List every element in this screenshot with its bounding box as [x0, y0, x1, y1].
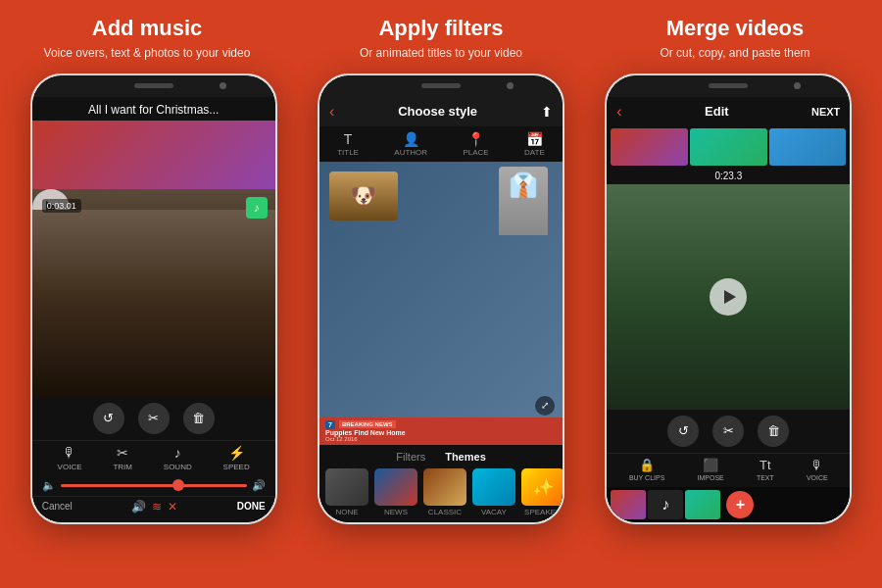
phone1-audio-controls: 🔊 ≋ ✕ [131, 500, 177, 514]
phone1-cancel-button[interactable]: Cancel [42, 501, 73, 512]
text-label: TEXT [757, 474, 774, 481]
phone1-tool-speed[interactable]: ⚡ SPEED [223, 445, 250, 471]
date-icon: 📅 [526, 131, 543, 147]
phone1-trim-button[interactable]: ✂ [138, 403, 170, 434]
feature-apply-filters: Apply filters Or animated titles to your… [304, 16, 578, 62]
phone3-tool-text[interactable]: Tt TEXT [757, 458, 774, 481]
phone2-camera [507, 82, 514, 89]
feature-merge-videos: Merge videos Or cut, copy, and paste the… [598, 16, 872, 62]
phone3-delete-button[interactable]: 🗑 [758, 416, 789, 447]
plus-icon: + [736, 496, 745, 514]
voice-icon: 🎙 [63, 445, 76, 461]
phone1-music-indicator: ♪ [246, 197, 268, 219]
phone1-screen: All I want for Christmas... 0:03.01 ♪ [32, 97, 275, 522]
voice-icon: 🎙 [810, 458, 823, 472]
phone-merge-videos: ‹ Edit NEXT 0:23.3 ↺ [605, 74, 852, 524]
phone3-clip-3[interactable] [769, 128, 847, 166]
filter-none[interactable]: NONE [325, 468, 368, 516]
scissors-icon: ✂ [148, 411, 159, 425]
phone3-timer: 0:23.3 [607, 168, 850, 184]
feature-apply-filters-title: Apply filters [304, 16, 578, 41]
phone3-timeline-strip [607, 126, 850, 168]
phone3-controls: ↺ ✂ 🗑 🔒 BUY CLIPS [607, 410, 850, 487]
trim-icon: ✂ [117, 445, 128, 461]
phone2-anchor-visual: 👔 [499, 167, 548, 235]
phone1-tool-sound[interactable]: ♪ SOUND [164, 445, 192, 471]
feature-add-music-subtitle: Voice overs, text & photos to your video [10, 45, 284, 62]
phone3-back-button[interactable]: ‹ [616, 103, 621, 121]
speed-label: SPEED [223, 463, 250, 471]
phones-container: All I want for Christmas... 0:03.01 ♪ [0, 74, 882, 524]
trash-icon: 🗑 [767, 423, 780, 438]
phone3-tool-voice[interactable]: 🎙 VOICE [807, 458, 828, 481]
phone1-delete-button[interactable]: 🗑 [183, 403, 215, 434]
phone2-tab-title[interactable]: T TITLE [337, 131, 359, 157]
phone2-tab-author[interactable]: 👤 AUTHOR [394, 131, 427, 157]
phone3-play-button[interactable] [710, 278, 747, 316]
phone1-tool-trim[interactable]: ✂ TRIM [113, 445, 132, 471]
phone2-speaker [421, 83, 461, 88]
phone1-volume-slider[interactable] [61, 484, 247, 487]
phone1-timer: 0:03.01 [42, 199, 81, 213]
phone3-screen: ‹ Edit NEXT 0:23.3 ↺ [607, 97, 850, 522]
filter-speaker[interactable]: ✨ SPEAKER [521, 468, 563, 516]
phone1-tools-row: 🎙 VOICE ✂ TRIM ♪ SOUND ⚡ [32, 440, 275, 475]
phone3-title: Edit [705, 104, 729, 119]
phone1-tool-voice[interactable]: 🎙 VOICE [58, 445, 82, 471]
phone3-header: ‹ Edit NEXT [607, 97, 850, 126]
phone3-next-button[interactable]: NEXT [811, 106, 840, 118]
title-tab-label: TITLE [337, 148, 359, 157]
filter-vacay[interactable]: VACAY [472, 468, 515, 516]
phone1-speaker [134, 83, 173, 88]
phone3-undo-button[interactable]: ↺ [667, 416, 699, 447]
phone2-expand-button[interactable]: ⤢ [535, 396, 555, 416]
phone3-add-clip-button[interactable]: + [726, 491, 754, 518]
phone2-back-button[interactable]: ‹ [329, 103, 334, 121]
phone3-filmstrip-item-3[interactable] [685, 490, 720, 519]
buyclips-label: BUY CLIPS [629, 474, 664, 481]
music-note-icon: ♪ [662, 496, 669, 514]
phone3-topbar [607, 75, 850, 97]
phone3-camera [794, 82, 801, 89]
filter-speaker-label: SPEAKER [524, 508, 562, 516]
phone3-clip-1[interactable] [611, 128, 688, 166]
volume-high-icon: 🔊 [252, 479, 266, 492]
filter-speaker-thumb: ✨ [521, 468, 563, 506]
phone2-tab-place[interactable]: 📍 PLACE [463, 131, 488, 157]
phone1-bottom-bar: Cancel 🔊 ≋ ✕ DONE [32, 496, 275, 518]
feature-merge-videos-title: Merge videos [598, 16, 872, 41]
phone2-channel-badge: 7 [325, 420, 335, 429]
phone3-trim-button[interactable]: ✂ [712, 416, 744, 447]
phone1-done-button[interactable]: DONE [237, 501, 266, 512]
place-tab-label: PLACE [463, 148, 488, 157]
filter-none-thumb [325, 468, 368, 506]
feature-add-music: Add music Voice overs, text & photos to … [10, 16, 284, 62]
filter-classic[interactable]: CLASSIC [423, 468, 466, 516]
phone2-ticker-head: 7 BREAKING NEWS [325, 420, 557, 429]
phone3-clip-2[interactable] [690, 128, 767, 166]
phone2-tab-date[interactable]: 📅 DATE [524, 131, 545, 157]
filters-tab[interactable]: Filters [396, 451, 425, 463]
waveform-icon: ≋ [152, 500, 162, 514]
scissors-icon: ✂ [723, 423, 734, 438]
impose-icon: ⬛ [703, 458, 718, 472]
phone2-share-button[interactable]: ⬆ [541, 104, 553, 120]
phone1-slider-thumb [172, 479, 184, 491]
title-icon: T [344, 131, 353, 147]
phone2-news-ticker: 7 BREAKING NEWS Puppies Find New Home Oc… [319, 417, 563, 445]
filter-news[interactable]: NEWS [374, 468, 417, 516]
phone1-camera [220, 82, 226, 89]
phone3-video-main [607, 184, 850, 410]
phone3-filmstrip-item-1[interactable] [611, 490, 646, 519]
phone2-filter-section: Filters Themes NONE NEWS [319, 445, 563, 522]
phone1-controls: ↺ ✂ 🗑 🎙 VOICE [32, 397, 275, 522]
author-tab-label: AUTHOR [394, 148, 427, 157]
phone3-tool-impose[interactable]: ⬛ IMPOSE [698, 458, 724, 481]
phone2-dog-box: 🐶 [329, 172, 398, 220]
mute-icon: ✕ [168, 500, 177, 514]
themes-tab[interactable]: Themes [445, 451, 486, 463]
phone3-tool-buyclips[interactable]: 🔒 BUY CLIPS [629, 458, 664, 481]
phone3-filmstrip-item-2[interactable]: ♪ [648, 490, 683, 519]
volume-low-icon: 🔈 [42, 479, 56, 492]
phone1-undo-button[interactable]: ↺ [93, 403, 124, 434]
